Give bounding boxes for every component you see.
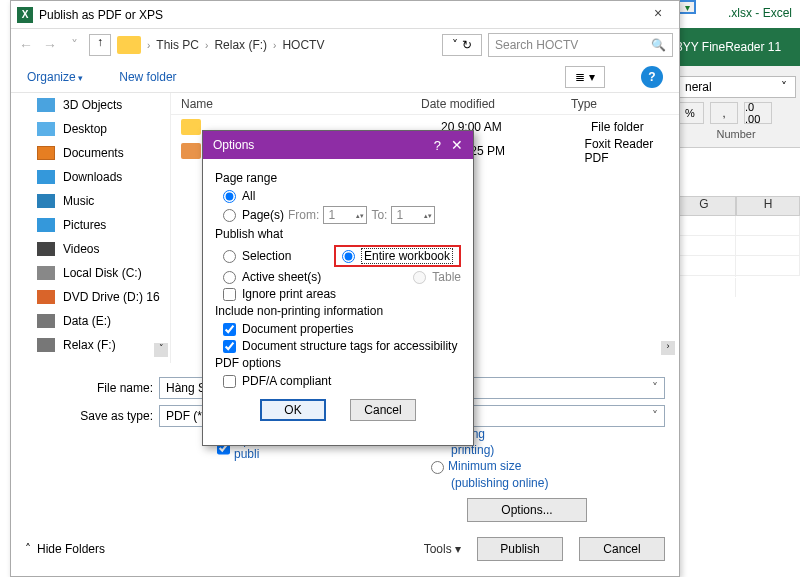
ribbon-number-group: neral ˅ % , .0 .00 Number: [672, 66, 800, 148]
search-placeholder: Search HOCTV: [495, 38, 578, 52]
ignore-print-areas-checkbox[interactable]: [223, 288, 236, 301]
number-format-value: neral: [685, 80, 712, 94]
sidebar-item-documents[interactable]: Documents: [11, 141, 170, 165]
dialog-title: Publish as PDF or XPS: [39, 8, 163, 22]
chevron-up-icon: ˄: [25, 542, 31, 556]
ok-button[interactable]: OK: [260, 399, 326, 421]
qat-dropdown-icon[interactable]: [678, 0, 696, 14]
page-range-all-radio[interactable]: [223, 190, 236, 203]
publish-selection-radio[interactable]: [223, 250, 236, 263]
file-list-scroll-right-icon[interactable]: ›: [661, 341, 675, 355]
help-icon[interactable]: ?: [434, 138, 441, 153]
spreadsheet-grid[interactable]: G H: [672, 196, 800, 556]
nav-toolbar: ← → ˅ ↑ › This PC › Relax (F:) › HOCTV ˅…: [11, 29, 679, 61]
pdfa-compliant-checkbox[interactable]: [223, 375, 236, 388]
number-format-dropdown[interactable]: neral ˅: [676, 76, 796, 98]
breadcrumb-drive[interactable]: Relax (F:): [212, 36, 269, 54]
sidebar-item-desktop[interactable]: Desktop: [11, 117, 170, 141]
breadcrumb-folder[interactable]: HOCTV: [280, 36, 326, 54]
places-sidebar[interactable]: 3D Objects Desktop Documents Downloads M…: [11, 93, 171, 363]
new-folder-button[interactable]: New folder: [119, 70, 176, 84]
accessibility-tags-checkbox[interactable]: [223, 340, 236, 353]
sidebar-item-data-e[interactable]: Data (E:): [11, 309, 170, 333]
sidebar-scroll-down-icon[interactable]: ˅: [154, 343, 168, 357]
page-range-label: Page range: [215, 171, 461, 185]
sidebar-item-3d-objects[interactable]: 3D Objects: [11, 93, 170, 117]
column-headers[interactable]: Name Date modified Type: [171, 93, 679, 115]
publish-entire-workbook-radio[interactable]: Entire workbook: [334, 245, 461, 267]
tools-menu[interactable]: Tools ▾: [424, 542, 461, 556]
folder-icon: [181, 119, 201, 135]
recent-arrow-icon[interactable]: ˅: [65, 37, 83, 53]
search-icon: 🔍: [651, 38, 666, 52]
dialog-footer: ˄ Hide Folders Tools ▾ Publish Cancel: [11, 530, 679, 568]
organize-menu[interactable]: Organize: [27, 70, 83, 84]
sidebar-item-videos[interactable]: Videos: [11, 237, 170, 261]
col-type[interactable]: Type: [561, 93, 607, 114]
help-button[interactable]: ?: [641, 66, 663, 88]
column-header-g[interactable]: G: [672, 196, 736, 216]
excel-icon: X: [17, 7, 33, 23]
breadcrumb[interactable]: › This PC › Relax (F:) › HOCTV: [147, 36, 436, 54]
pdf-icon: [181, 143, 201, 159]
number-group-label: Number: [672, 124, 800, 140]
close-button[interactable]: ×: [643, 5, 673, 25]
search-input[interactable]: Search HOCTV 🔍: [488, 33, 673, 57]
filename-label: File name:: [71, 381, 153, 395]
page-to-input[interactable]: 1: [391, 206, 435, 224]
ribbon-tab-finereader[interactable]: 3YY FineReader 11: [672, 28, 800, 66]
page-range-pages-radio[interactable]: [223, 209, 236, 222]
view-button[interactable]: ≣ ▾: [565, 66, 605, 88]
publish-active-sheets-radio[interactable]: [223, 271, 236, 284]
sidebar-item-relax-f[interactable]: Relax (F:): [11, 333, 170, 357]
up-button[interactable]: ↑: [89, 34, 111, 56]
sidebar-item-local-disk-c[interactable]: Local Disk (C:): [11, 261, 170, 285]
options-button[interactable]: Options...: [467, 498, 587, 522]
excel-app-background: .xlsx - Excel 3YY FineReader 11 neral ˅ …: [670, 0, 800, 577]
publish-what-label: Publish what: [215, 227, 461, 241]
optimize-minimum-radio[interactable]: Minimum size: [431, 459, 548, 474]
sidebar-item-dvd-drive[interactable]: DVD Drive (D:) 16: [11, 285, 170, 309]
close-icon[interactable]: ✕: [451, 137, 463, 153]
col-date[interactable]: Date modified: [411, 93, 561, 114]
cancel-button[interactable]: Cancel: [579, 537, 665, 561]
publish-table-radio: [413, 271, 426, 284]
publish-button[interactable]: Publish: [477, 537, 563, 561]
sidebar-item-downloads[interactable]: Downloads: [11, 165, 170, 189]
decimal-buttons[interactable]: .0 .00: [744, 102, 772, 124]
hide-folders-toggle[interactable]: ˄ Hide Folders: [25, 542, 105, 556]
excel-window-title: .xlsx - Excel: [728, 6, 792, 20]
include-nonprinting-label: Include non-printing information: [215, 304, 461, 318]
options-cancel-button[interactable]: Cancel: [350, 399, 416, 421]
sidebar-item-pictures[interactable]: Pictures: [11, 213, 170, 237]
breadcrumb-dropdown[interactable]: ˅↻: [442, 34, 482, 56]
percent-style-button[interactable]: %: [676, 102, 704, 124]
options-titlebar[interactable]: Options ? ✕: [203, 131, 473, 159]
forward-button: →: [41, 37, 59, 53]
breadcrumb-pc[interactable]: This PC: [154, 36, 201, 54]
comma-style-button[interactable]: ,: [710, 102, 738, 124]
chevron-down-icon: ˅: [781, 80, 787, 94]
pdf-options-label: PDF options: [215, 356, 461, 370]
page-from-input[interactable]: 1: [323, 206, 367, 224]
options-title: Options: [213, 138, 254, 152]
dialog-titlebar[interactable]: X Publish as PDF or XPS ×: [11, 1, 679, 29]
column-header-h[interactable]: H: [736, 196, 800, 216]
options-dialog: Options ? ✕ Page range All Page(s) From:…: [202, 130, 474, 446]
saveas-label: Save as type:: [71, 409, 153, 423]
dialog-toolbar: Organize New folder ≣ ▾ ?: [11, 61, 679, 93]
document-properties-checkbox[interactable]: [223, 323, 236, 336]
back-button[interactable]: ←: [17, 37, 35, 53]
col-name[interactable]: Name: [171, 93, 411, 114]
sidebar-item-music[interactable]: Music: [11, 189, 170, 213]
folder-icon: [117, 36, 141, 54]
